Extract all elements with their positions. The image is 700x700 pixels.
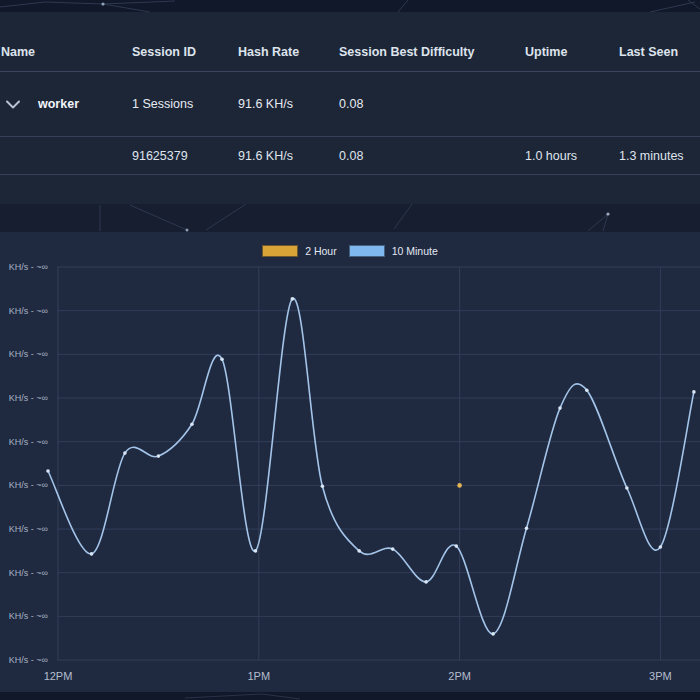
x-axis-tick-label: 3PM	[649, 670, 672, 682]
y-axis-tick-label: KH/s - ~∞	[9, 568, 48, 578]
worker-best-difficulty: 0.08	[337, 97, 523, 111]
series-line-10-minute	[48, 298, 694, 634]
series-point-10-minute[interactable]	[220, 357, 224, 361]
x-axis-tick-label: 12PM	[44, 670, 73, 682]
plexus-background-top	[0, 0, 700, 12]
series-point-10-minute[interactable]	[157, 454, 161, 458]
series-point-10-minute[interactable]	[525, 526, 529, 530]
y-axis-tick-label: KH/s - ~∞	[9, 524, 48, 534]
worker-sessions-table: Name Session ID Hash Rate Session Best D…	[0, 12, 700, 204]
hashrate-chart: 2 Hour 10 Minute KH/s - ~∞KH/s - ~∞KH/s …	[0, 232, 700, 692]
column-header-hash-rate: Hash Rate	[236, 45, 337, 59]
session-best-difficulty: 0.08	[337, 149, 523, 163]
y-axis-tick-label: KH/s - ~∞	[9, 437, 48, 447]
plexus-background-bottom	[0, 692, 700, 700]
series-point-10-minute[interactable]	[123, 451, 127, 455]
x-axis-tick-label: 1PM	[247, 670, 270, 682]
column-header-session-id: Session ID	[130, 45, 236, 59]
table-header-row: Name Session ID Hash Rate Session Best D…	[0, 12, 700, 72]
mining-dashboard-page: Name Session ID Hash Rate Session Best D…	[0, 0, 700, 700]
session-row: 91625379 91.6 KH/s 0.08 1.0 hours 1.3 mi…	[0, 137, 700, 175]
y-axis-tick-label: KH/s - ~∞	[9, 262, 48, 272]
y-axis-tick-label: KH/s - ~∞	[9, 480, 48, 490]
series-point-10-minute[interactable]	[391, 547, 395, 551]
column-header-session-best-difficulty: Session Best Difficulty	[337, 45, 523, 59]
session-uptime: 1.0 hours	[523, 149, 617, 163]
series-point-2-hour[interactable]	[457, 483, 462, 488]
chart-plot-area: KH/s - ~∞KH/s - ~∞KH/s - ~∞KH/s - ~∞KH/s…	[0, 232, 700, 692]
column-header-name: Name	[0, 45, 130, 59]
series-point-10-minute[interactable]	[291, 297, 295, 301]
session-hash-rate: 91.6 KH/s	[236, 149, 337, 163]
column-header-uptime: Uptime	[523, 45, 617, 59]
series-point-10-minute[interactable]	[424, 580, 428, 584]
series-point-10-minute[interactable]	[558, 406, 562, 410]
series-point-10-minute[interactable]	[659, 545, 663, 549]
y-axis-tick-label: KH/s - ~∞	[9, 306, 48, 316]
worker-sessions-count: 1 Sessions	[130, 97, 236, 111]
column-header-last-seen: Last Seen	[617, 45, 700, 59]
worker-name: worker	[38, 97, 79, 111]
worker-row[interactable]: worker 1 Sessions 91.6 KH/s 0.08	[0, 72, 700, 137]
plexus-background-middle	[0, 204, 700, 232]
series-point-10-minute[interactable]	[455, 544, 459, 548]
series-point-10-minute[interactable]	[491, 632, 495, 636]
series-point-10-minute[interactable]	[190, 422, 194, 426]
series-point-10-minute[interactable]	[46, 469, 50, 473]
series-point-10-minute[interactable]	[254, 549, 258, 553]
y-axis-tick-label: KH/s - ~∞	[9, 393, 48, 403]
y-axis-tick-label: KH/s - ~∞	[9, 655, 48, 665]
worker-hash-rate: 91.6 KH/s	[236, 97, 337, 111]
y-axis-tick-label: KH/s - ~∞	[9, 349, 48, 359]
series-point-10-minute[interactable]	[357, 549, 361, 553]
chevron-down-icon[interactable]	[6, 100, 20, 109]
session-last-seen: 1.3 minutes	[617, 149, 700, 163]
y-axis-tick-label: KH/s - ~∞	[9, 611, 48, 621]
series-point-10-minute[interactable]	[692, 390, 696, 394]
series-point-10-minute[interactable]	[625, 486, 629, 490]
series-point-10-minute[interactable]	[90, 552, 94, 556]
series-point-10-minute[interactable]	[321, 484, 325, 488]
x-axis-tick-label: 2PM	[448, 670, 471, 682]
series-point-10-minute[interactable]	[585, 388, 589, 392]
session-id: 91625379	[130, 149, 236, 163]
